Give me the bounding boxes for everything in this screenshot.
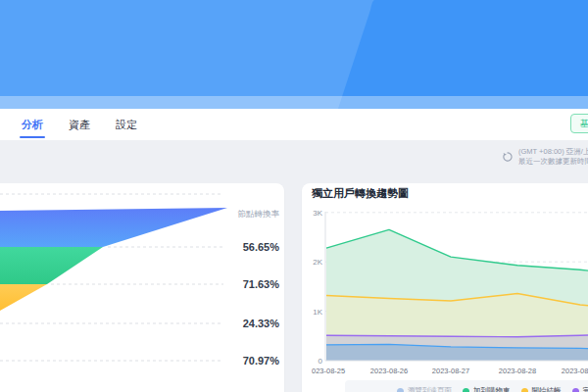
- trend-chart-title: 獨立用戶轉換趨勢圖: [312, 186, 409, 201]
- last-update-text: 最近一次數據更新時間: [518, 157, 588, 167]
- svg-text:3K: 3K: [313, 209, 322, 218]
- legend-item[interactable]: 開始結帳: [521, 386, 562, 392]
- legend-label: 加到購物車: [473, 386, 511, 392]
- tab-assets[interactable]: 資產: [69, 109, 90, 140]
- tab-analysis[interactable]: 分析: [22, 109, 43, 140]
- tab-bar: 分析 資產 設定: [0, 109, 588, 140]
- conversion-rate-column-header: 節點轉換率: [201, 209, 279, 220]
- funnel-chart: [0, 191, 230, 368]
- legend-dot: [521, 388, 528, 392]
- conversion-rate-value: 70.97%: [201, 355, 279, 367]
- legend-label: 完成結帳: [583, 386, 588, 392]
- svg-text:2023-08-29: 2023-08-29: [562, 367, 588, 375]
- dashboard-page: 分析 資產 設定 基礎 (GMT +08:00) 亞洲/上海 最近一次數據更新時…: [0, 0, 588, 392]
- legend-item[interactable]: 瀏覽到達頁面: [397, 386, 452, 392]
- legend-dot: [397, 388, 404, 392]
- svg-text:2K: 2K: [313, 258, 322, 267]
- svg-text:2023-08-28: 2023-08-28: [499, 367, 536, 375]
- svg-text:2023-08-25: 2023-08-25: [312, 367, 345, 375]
- svg-text:0: 0: [318, 357, 323, 366]
- trend-legend: 瀏覽到達頁面加到購物車開始結帳完成結帳完成購買: [345, 380, 588, 392]
- trend-chart: 01K2K3K2023-08-252023-08-262023-08-27202…: [312, 206, 588, 380]
- legend-label: 瀏覽到達頁面: [408, 386, 452, 392]
- conversion-rate-value: 24.33%: [201, 318, 279, 329]
- conversion-rate-value: 71.63%: [201, 278, 279, 290]
- legend-item[interactable]: 加到購物車: [463, 386, 511, 392]
- legend-dot: [463, 388, 469, 392]
- svg-text:2023-08-26: 2023-08-26: [370, 367, 408, 375]
- svg-text:2023-08-27: 2023-08-27: [432, 367, 469, 375]
- basic-report-button[interactable]: 基礎: [570, 114, 588, 133]
- tab-assets-label: 資產: [69, 118, 90, 132]
- svg-text:1K: 1K: [313, 308, 322, 317]
- refresh-icon[interactable]: [502, 151, 514, 163]
- conversion-rate-value: 56.65%: [201, 241, 279, 253]
- tab-settings-label: 設定: [116, 118, 137, 132]
- data-refresh-info: (GMT +08:00) 亞洲/上海 最近一次數據更新時間: [502, 147, 588, 167]
- legend-label: 開始結帳: [532, 386, 562, 392]
- tab-analysis-label: 分析: [22, 118, 43, 132]
- basic-report-button-label: 基礎: [580, 118, 588, 130]
- tab-settings[interactable]: 設定: [116, 109, 137, 140]
- hero-banner: [0, 0, 588, 109]
- legend-item[interactable]: 完成結帳: [572, 386, 588, 392]
- timezone-text: (GMT +08:00) 亞洲/上海: [518, 147, 588, 157]
- legend-dot: [572, 388, 579, 392]
